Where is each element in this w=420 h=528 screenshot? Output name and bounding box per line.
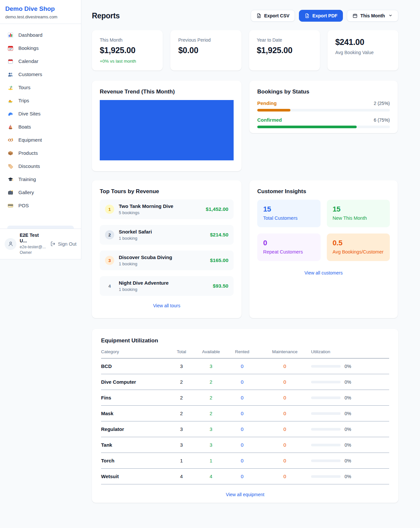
insight-tile-repeat-customers: 0 Repeat Customers [257, 234, 321, 261]
utilization-bar [311, 475, 341, 478]
cell-category: Mask [101, 411, 167, 416]
stat-card-year-to-date: Year to Date$1,925.00 [249, 30, 320, 71]
sidebar-item-label: Gallery [18, 190, 34, 195]
status-label: Confirmed [257, 117, 282, 123]
sidebar-item-customers[interactable]: Customers [4, 68, 77, 81]
utilization-bar [311, 381, 341, 383]
tour-name: Night Dive Adventure [119, 280, 169, 286]
person-icon [8, 241, 14, 247]
export-pdf-button[interactable]: Export PDF [299, 10, 343, 22]
status-count: 2 (25%) [374, 101, 390, 106]
sidebar-item-boats[interactable]: Boats [4, 120, 77, 133]
graduation-cap-icon [7, 176, 14, 183]
column-header-category: Category [101, 349, 167, 354]
sidebar-item-trips[interactable]: Trips [4, 94, 77, 107]
tour-name: Snorkel Safari [119, 229, 152, 235]
cell-maintenance: 0 [259, 442, 311, 448]
view-all-customers-link[interactable]: View all customers [257, 270, 390, 275]
page-header: Reports Export CSV Export PDF This Month [92, 10, 398, 22]
sidebar-nav: Dashboard 17 Bookings Calendar Customers… [0, 24, 81, 229]
status-rows: Pending 2 (25%) Confirmed 6 (75%) [257, 100, 390, 128]
tour-name: Two Tank Morning Dive [119, 203, 173, 209]
view-all-equipment-link[interactable]: View all equipment [101, 492, 389, 497]
logout-icon [50, 241, 56, 247]
customer-insights-title: Customer Insights [257, 188, 390, 195]
sidebar-item-tours[interactable]: Tours [4, 81, 77, 94]
sidebar-item-products[interactable]: Products [4, 147, 77, 160]
cell-rented: 0 [226, 458, 259, 463]
table-row-bcd: BCD 3 3 0 0 0% [101, 358, 389, 374]
cell-total: 3 [167, 426, 196, 432]
utilization-pct: 0% [345, 395, 351, 400]
cell-maintenance: 0 [259, 395, 311, 400]
revenue-trend-title: Revenue Trend (This Month) [100, 89, 234, 95]
utilization-pct: 0% [345, 379, 351, 385]
sidebar-item-dive-sites[interactable]: Dive Sites [4, 107, 77, 120]
sidebar-item-label: Boats [18, 124, 31, 130]
wave-icon [7, 111, 14, 117]
status-row-pending: Pending 2 (25%) [257, 100, 390, 112]
view-all-tours-link[interactable]: View all tours [100, 303, 234, 308]
insight-label: Total Customers [263, 215, 315, 221]
bookings-by-status-card: Bookings by Status Pending 2 (25%) Confi… [249, 81, 398, 133]
cell-maintenance: 0 [259, 363, 311, 369]
export-csv-label: Export CSV [264, 13, 289, 18]
user-role: Owner [20, 250, 47, 255]
cell-total: 2 [167, 395, 196, 400]
status-bar-fill [257, 109, 290, 112]
insight-label: Repeat Customers [263, 249, 315, 254]
cell-available: 2 [196, 395, 226, 400]
cell-rented: 0 [226, 426, 259, 432]
utilization-pct: 0% [345, 474, 351, 479]
sidebar-item-training[interactable]: Training [4, 173, 77, 186]
export-pdf-label: Export PDF [312, 13, 337, 18]
reports-page: Demo Dive Shop demo.test.divestreams.com… [0, 0, 420, 528]
insight-label: Avg Bookings/Customer [333, 249, 384, 254]
cell-rented: 0 [226, 363, 259, 369]
credit-card-icon [7, 202, 14, 209]
sidebar-item-dashboard[interactable]: Dashboard [4, 29, 77, 42]
table-row-wetsuit: Wetsuit 4 4 0 0 0% [101, 469, 389, 484]
sidebar-item-bookings[interactable]: 17 Bookings [4, 42, 77, 55]
export-csv-button[interactable]: Export CSV [251, 10, 295, 22]
equipment-table-header: CategoryTotalAvailableRentedMaintenanceU… [101, 344, 389, 358]
table-row-regulator: Regulator 3 3 0 0 0% [101, 421, 389, 437]
tour-revenue: $1,452.00 [206, 206, 228, 212]
sidebar-item-label: Equipment [18, 137, 42, 143]
table-row-mask: Mask 2 2 0 0 0% [101, 406, 389, 421]
cell-rented: 0 [226, 442, 259, 448]
cell-utilization: 0% [311, 395, 389, 400]
period-dropdown[interactable]: This Month [347, 10, 398, 22]
sidebar-item-gallery[interactable]: Gallery [4, 186, 77, 199]
sidebar-item-label: Trips [18, 98, 29, 103]
sidebar-item-equipment[interactable]: Equipment [4, 133, 77, 147]
sidebar-item-calendar[interactable]: Calendar [4, 55, 77, 68]
utilization-bar [311, 444, 341, 446]
cell-total: 4 [167, 474, 196, 479]
active-nav-item-partial[interactable] [7, 226, 74, 229]
sign-out-button[interactable]: Sign Out [50, 241, 76, 247]
sidebar-item-discounts[interactable]: Discounts [4, 160, 77, 173]
rank-badge: 1 [105, 205, 114, 214]
cell-total: 3 [167, 363, 196, 369]
status-row-confirmed: Confirmed 6 (75%) [257, 117, 390, 128]
sidebar-item-label: Discounts [18, 163, 40, 169]
cell-utilization: 0% [311, 458, 389, 463]
customers-icon [7, 71, 14, 78]
insight-tile-total-customers: 15 Total Customers [257, 200, 321, 227]
sidebar-item-pos[interactable]: POS [4, 199, 77, 212]
utilization-pct: 0% [345, 427, 351, 432]
insight-tile-avg-bookings-customer: 0.5 Avg Bookings/Customer [327, 234, 390, 261]
table-row-fins: Fins 2 2 0 0 0% [101, 390, 389, 406]
utilization-pct: 0% [345, 442, 351, 448]
cell-available: 3 [196, 363, 226, 369]
sign-out-label: Sign Out [58, 241, 76, 247]
bookings-calendar-icon: 17 [7, 45, 14, 51]
dive-mask-icon [7, 137, 14, 143]
cell-rented: 0 [226, 395, 259, 400]
cell-rented: 0 [226, 379, 259, 385]
cell-category: Wetsuit [101, 474, 167, 479]
column-header-total: Total [167, 349, 196, 354]
status-label: Pending [257, 100, 277, 106]
cell-category: Fins [101, 395, 167, 400]
